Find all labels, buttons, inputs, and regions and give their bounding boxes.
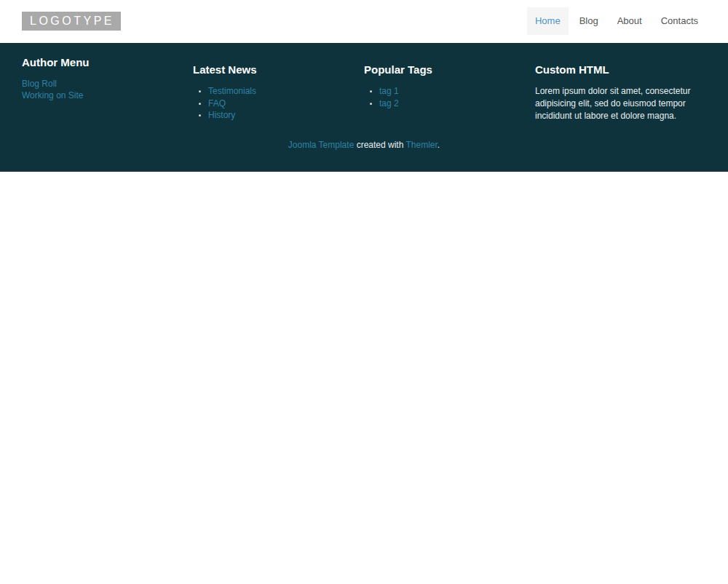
footer-column-popular-tags: Popular Tags tag 1 tag 2 (364, 57, 535, 122)
themler-link[interactable]: Themler (405, 140, 437, 150)
footer-link-working-on-site[interactable]: Working on Site (22, 90, 183, 101)
column-title-latest-news: Latest News (193, 64, 354, 75)
joomla-template-link[interactable]: Joomla Template (288, 140, 355, 150)
column-title-author-menu: Author Menu (22, 57, 183, 68)
list-item: tag 1 (379, 85, 525, 98)
custom-html-text: Lorem ipsum dolor sit amet, consectetur … (535, 85, 697, 122)
footer-column-custom-html: Custom HTML Lorem ipsum dolor sit amet, … (535, 57, 706, 122)
nav-item-contacts[interactable]: Contacts (653, 7, 706, 35)
footer-link-testimonials[interactable]: Testimonials (208, 86, 256, 96)
footer-credit: Joomla Template created with Themler. (22, 140, 706, 150)
empty-content-area (0, 172, 728, 583)
footer-columns: Author Menu Blog Roll Working on Site La… (22, 43, 706, 122)
list-item: tag 2 (379, 98, 525, 110)
footer-link-tag-1[interactable]: tag 1 (379, 86, 399, 96)
footer-link-history[interactable]: History (208, 110, 235, 120)
site-logo[interactable]: LOGOTYPE (22, 12, 121, 31)
latest-news-list: Testimonials FAQ History (193, 85, 354, 122)
nav-item-home[interactable]: Home (527, 7, 569, 35)
footer-section: Author Menu Blog Roll Working on Site La… (0, 43, 728, 172)
nav-item-about[interactable]: About (609, 7, 650, 35)
column-title-custom-html: Custom HTML (535, 64, 696, 75)
footer-link-blog-roll[interactable]: Blog Roll (22, 78, 183, 90)
footer-link-faq[interactable]: FAQ (208, 98, 226, 108)
footer-column-latest-news: Latest News Testimonials FAQ History (193, 57, 364, 122)
nav-item-blog[interactable]: Blog (571, 7, 606, 35)
column-title-popular-tags: Popular Tags (364, 64, 525, 75)
author-menu-links: Blog Roll Working on Site (22, 78, 183, 101)
main-nav: Home Blog About Contacts (524, 7, 706, 35)
footer-link-tag-2[interactable]: tag 2 (379, 98, 399, 108)
popular-tags-list: tag 1 tag 2 (364, 85, 525, 109)
credit-text: created with (354, 140, 405, 150)
credit-suffix: . (438, 140, 440, 150)
list-item: History (208, 109, 354, 122)
list-item: Testimonials (208, 85, 354, 98)
site-header: LOGOTYPE Home Blog About Contacts (0, 0, 728, 43)
list-item: FAQ (208, 98, 354, 110)
footer-column-author-menu: Author Menu Blog Roll Working on Site (22, 57, 193, 122)
